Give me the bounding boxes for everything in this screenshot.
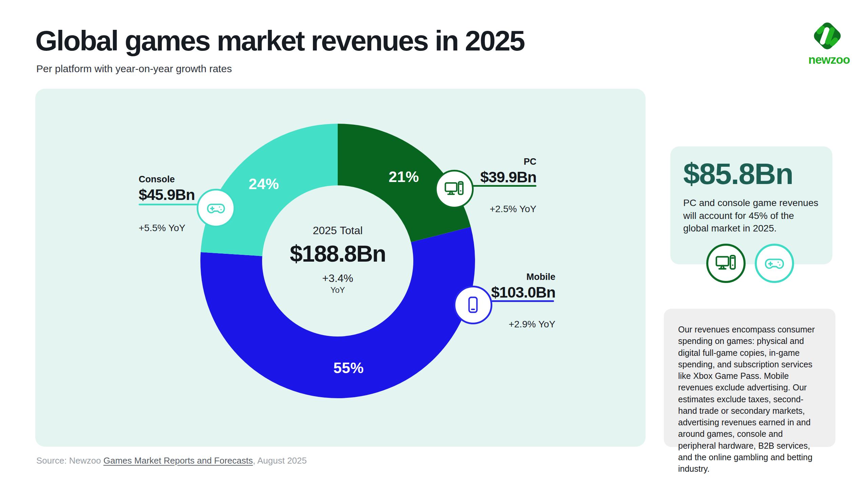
console-revenue: $45.9Bn bbox=[139, 186, 195, 204]
newzoo-logo: newzoo bbox=[808, 20, 846, 66]
gamepad-icon bbox=[205, 198, 226, 219]
source-line: Source: Newzoo Games Market Reports and … bbox=[36, 455, 307, 466]
page-subtitle: Per platform with year-on-year growth ra… bbox=[36, 63, 232, 75]
console-ring-badge bbox=[197, 189, 235, 227]
page-title: Global games market revenues in 2025 bbox=[35, 24, 524, 57]
pc-callout: PC $39.9Bn +2.5% YoY bbox=[480, 157, 536, 215]
mobile-callout: Mobile $103.0Bn +2.9% YoY bbox=[491, 272, 555, 330]
segment-share-console: 24% bbox=[249, 176, 279, 192]
newzoo-wordmark: newzoo bbox=[808, 53, 846, 66]
smartphone-icon bbox=[462, 294, 484, 316]
total-value: $188.8Bn bbox=[260, 240, 416, 267]
note-panel: Our revenues encompass consumer spending… bbox=[664, 309, 835, 447]
total-growth-unit: YoY bbox=[260, 285, 416, 295]
source-prefix: Source: Newzoo bbox=[36, 455, 103, 466]
newzoo-logo-icon bbox=[811, 20, 844, 52]
source-suffix: , August 2025 bbox=[253, 455, 307, 466]
source-link[interactable]: Games Market Reports and Forecasts bbox=[103, 455, 253, 466]
total-label: 2025 Total bbox=[260, 224, 416, 237]
desktop-pc-icon bbox=[715, 252, 737, 274]
console-badge bbox=[755, 244, 794, 283]
desktop-pc-icon bbox=[444, 179, 465, 200]
highlight-text: PC and console game revenues will accoun… bbox=[683, 197, 822, 235]
infographic: Global games market revenues in 2025 Per… bbox=[0, 0, 868, 488]
console-callout: Console $45.9Bn +5.5% YoY bbox=[139, 174, 195, 233]
segment-share-pc: 21% bbox=[389, 168, 419, 185]
total-growth: +3.4% bbox=[260, 272, 416, 285]
note-text: Our revenues encompass consumer spending… bbox=[678, 324, 821, 474]
console-yoy: +5.5% YoY bbox=[139, 223, 195, 233]
pc-badge bbox=[706, 244, 746, 283]
pc-ring-badge bbox=[435, 170, 474, 208]
pc-label: PC bbox=[480, 157, 536, 167]
mobile-label: Mobile bbox=[491, 272, 555, 282]
highlight-value: $85.8Bn bbox=[683, 157, 820, 191]
gamepad-icon bbox=[763, 252, 786, 274]
highlight-panel: $85.8Bn PC and console game revenues wil… bbox=[670, 146, 832, 264]
pc-revenue: $39.9Bn bbox=[480, 168, 536, 186]
donut-center: 2025 Total $188.8Bn +3.4% YoY bbox=[260, 224, 416, 295]
console-label: Console bbox=[139, 174, 195, 185]
mobile-yoy: +2.9% YoY bbox=[491, 319, 555, 330]
mobile-ring-badge bbox=[454, 286, 492, 324]
mobile-revenue: $103.0Bn bbox=[491, 284, 555, 301]
pc-yoy: +2.5% YoY bbox=[480, 204, 536, 215]
segment-share-mobile: 55% bbox=[333, 360, 364, 377]
